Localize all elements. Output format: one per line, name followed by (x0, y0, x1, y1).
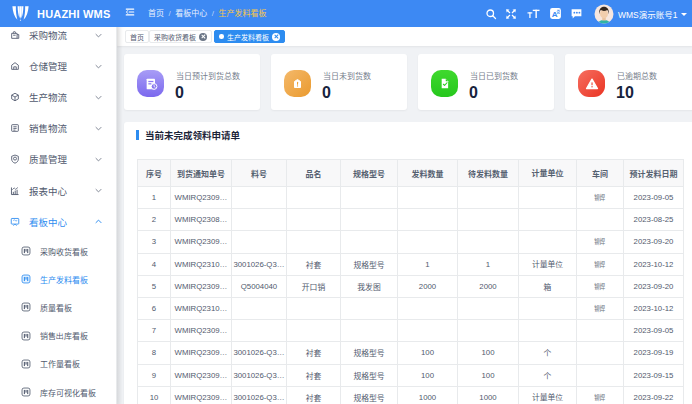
svg-text:A: A (552, 10, 558, 19)
